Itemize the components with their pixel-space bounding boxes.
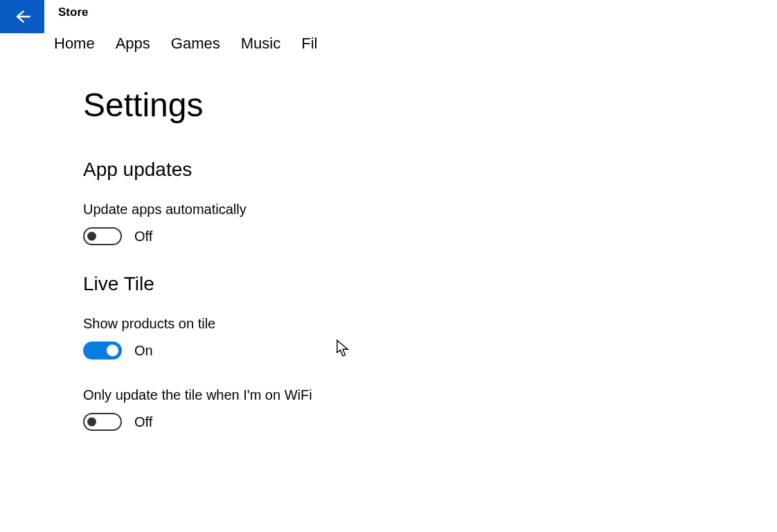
section-live-tile-title: Live Tile	[83, 273, 777, 295]
tab-music[interactable]: Music	[241, 35, 280, 53]
tab-games[interactable]: Games	[171, 35, 220, 53]
page-title: Settings	[83, 86, 777, 124]
auto-update-state: Off	[134, 229, 152, 245]
wifi-only-toggle[interactable]	[83, 413, 122, 431]
toggle-knob-icon	[87, 232, 96, 241]
content-area: Settings App updates Update apps automat…	[0, 65, 777, 459]
store-window: Store Home Apps Games Music Fil Settings…	[0, 0, 777, 532]
wifi-only-label: Only update the tile when I'm on WiFi	[83, 387, 777, 403]
titlebar: Store	[0, 0, 777, 25]
tab-apps[interactable]: Apps	[116, 35, 150, 53]
section-app-updates-title: App updates	[83, 159, 777, 181]
auto-update-row: Off	[83, 227, 777, 245]
tab-film[interactable]: Fil	[301, 35, 317, 53]
toggle-knob-icon	[87, 418, 96, 427]
show-products-row: On	[83, 342, 777, 360]
show-products-toggle[interactable]	[83, 342, 122, 360]
wifi-only-row: Off	[83, 413, 777, 431]
show-products-state: On	[134, 343, 153, 359]
tab-home[interactable]: Home	[54, 35, 95, 53]
toggle-knob-icon	[107, 345, 118, 357]
arrow-left-icon	[12, 7, 32, 26]
auto-update-toggle[interactable]	[83, 227, 122, 245]
auto-update-label: Update apps automatically	[83, 202, 777, 218]
app-title: Store	[44, 0, 102, 25]
nav-tabs: Home Apps Games Music Fil	[0, 25, 777, 65]
show-products-label: Show products on tile	[83, 316, 777, 332]
wifi-only-state: Off	[134, 414, 152, 430]
